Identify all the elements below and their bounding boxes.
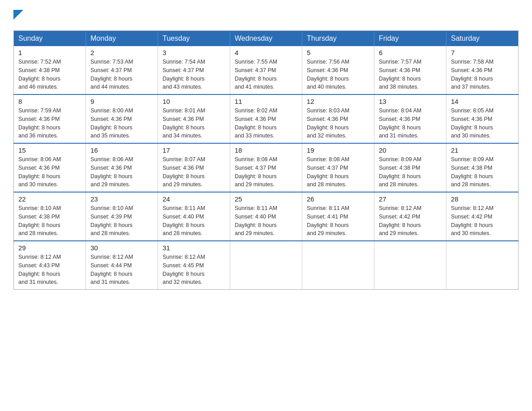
svg-marker-0	[13, 10, 23, 20]
day-number: 26	[307, 195, 369, 203]
calendar-cell: 7 Sunrise: 7:58 AM Sunset: 4:36 PM Dayli…	[446, 46, 519, 94]
calendar-cell	[302, 241, 374, 290]
logo	[13, 9, 23, 21]
day-number: 30	[90, 244, 153, 252]
day-number: 29	[18, 244, 81, 252]
calendar-cell: 29 Sunrise: 8:12 AM Sunset: 4:43 PM Dayl…	[14, 241, 86, 290]
logo-arrow-icon	[13, 10, 23, 20]
day-number: 25	[235, 195, 297, 203]
day-number: 13	[379, 98, 442, 105]
day-number: 6	[379, 49, 442, 56]
day-info: Sunrise: 8:01 AM Sunset: 4:36 PM Dayligh…	[163, 107, 225, 140]
calendar-cell: 30 Sunrise: 8:12 AM Sunset: 4:44 PM Dayl…	[86, 241, 158, 290]
day-info: Sunrise: 8:08 AM Sunset: 4:37 PM Dayligh…	[235, 155, 297, 189]
calendar-cell: 5 Sunrise: 7:56 AM Sunset: 4:36 PM Dayli…	[302, 46, 374, 94]
column-header-monday: Monday	[86, 31, 158, 47]
day-number: 31	[163, 244, 225, 252]
calendar-cell: 6 Sunrise: 7:57 AM Sunset: 4:36 PM Dayli…	[374, 46, 446, 94]
calendar-cell: 28 Sunrise: 8:12 AM Sunset: 4:42 PM Dayl…	[446, 192, 519, 241]
calendar-cell: 11 Sunrise: 8:02 AM Sunset: 4:36 PM Dayl…	[230, 94, 302, 143]
day-number: 16	[90, 146, 153, 154]
calendar-cell: 1 Sunrise: 7:52 AM Sunset: 4:38 PM Dayli…	[14, 46, 86, 94]
calendar-cell: 13 Sunrise: 8:04 AM Sunset: 4:36 PM Dayl…	[374, 94, 446, 143]
column-header-tuesday: Tuesday	[158, 31, 230, 47]
day-number: 27	[379, 195, 442, 203]
column-header-wednesday: Wednesday	[230, 31, 302, 47]
day-info: Sunrise: 8:03 AM Sunset: 4:36 PM Dayligh…	[307, 107, 369, 140]
day-number: 28	[451, 195, 514, 203]
day-info: Sunrise: 8:09 AM Sunset: 4:38 PM Dayligh…	[451, 155, 514, 189]
calendar-cell: 17 Sunrise: 8:07 AM Sunset: 4:36 PM Dayl…	[158, 143, 230, 192]
calendar-week-row: 8 Sunrise: 7:59 AM Sunset: 4:36 PM Dayli…	[14, 94, 519, 143]
calendar-cell: 23 Sunrise: 8:10 AM Sunset: 4:39 PM Dayl…	[86, 192, 158, 241]
calendar-cell: 22 Sunrise: 8:10 AM Sunset: 4:38 PM Dayl…	[14, 192, 86, 241]
calendar-cell: 19 Sunrise: 8:08 AM Sunset: 4:37 PM Dayl…	[302, 143, 374, 192]
day-info: Sunrise: 7:57 AM Sunset: 4:36 PM Dayligh…	[379, 58, 442, 91]
day-number: 8	[18, 98, 81, 105]
day-info: Sunrise: 8:02 AM Sunset: 4:36 PM Dayligh…	[235, 107, 297, 140]
day-number: 18	[235, 146, 297, 154]
day-number: 10	[163, 98, 225, 105]
day-number: 21	[451, 146, 514, 154]
calendar-cell: 21 Sunrise: 8:09 AM Sunset: 4:38 PM Dayl…	[446, 143, 519, 192]
day-info: Sunrise: 7:53 AM Sunset: 4:37 PM Dayligh…	[90, 58, 153, 91]
day-info: Sunrise: 8:11 AM Sunset: 4:40 PM Dayligh…	[163, 204, 225, 238]
column-header-friday: Friday	[374, 31, 446, 47]
calendar-cell: 18 Sunrise: 8:08 AM Sunset: 4:37 PM Dayl…	[230, 143, 302, 192]
calendar-week-row: 29 Sunrise: 8:12 AM Sunset: 4:43 PM Dayl…	[14, 241, 519, 290]
day-info: Sunrise: 7:55 AM Sunset: 4:37 PM Dayligh…	[235, 58, 297, 91]
day-number: 19	[307, 146, 369, 154]
day-info: Sunrise: 7:52 AM Sunset: 4:38 PM Dayligh…	[18, 58, 81, 91]
day-info: Sunrise: 8:04 AM Sunset: 4:36 PM Dayligh…	[379, 107, 442, 140]
day-number: 15	[18, 146, 81, 154]
calendar-week-row: 22 Sunrise: 8:10 AM Sunset: 4:38 PM Dayl…	[14, 192, 519, 241]
day-number: 9	[90, 98, 153, 105]
day-number: 7	[451, 49, 514, 56]
calendar-cell: 25 Sunrise: 8:11 AM Sunset: 4:40 PM Dayl…	[230, 192, 302, 241]
day-number: 20	[379, 146, 442, 154]
page-header	[13, 9, 519, 21]
day-number: 24	[163, 195, 225, 203]
day-info: Sunrise: 8:05 AM Sunset: 4:36 PM Dayligh…	[451, 107, 514, 140]
calendar-cell: 31 Sunrise: 8:12 AM Sunset: 4:45 PM Dayl…	[158, 241, 230, 290]
day-info: Sunrise: 8:11 AM Sunset: 4:40 PM Dayligh…	[235, 204, 297, 238]
calendar-week-row: 1 Sunrise: 7:52 AM Sunset: 4:38 PM Dayli…	[14, 46, 519, 94]
day-number: 3	[163, 49, 225, 56]
day-info: Sunrise: 8:07 AM Sunset: 4:36 PM Dayligh…	[163, 155, 225, 189]
day-info: Sunrise: 8:06 AM Sunset: 4:36 PM Dayligh…	[90, 155, 153, 189]
day-info: Sunrise: 8:10 AM Sunset: 4:38 PM Dayligh…	[18, 204, 81, 238]
day-info: Sunrise: 8:10 AM Sunset: 4:39 PM Dayligh…	[90, 204, 153, 238]
calendar-cell: 27 Sunrise: 8:12 AM Sunset: 4:42 PM Dayl…	[374, 192, 446, 241]
calendar-cell	[230, 241, 302, 290]
day-info: Sunrise: 8:12 AM Sunset: 4:44 PM Dayligh…	[90, 253, 153, 287]
day-number: 1	[18, 49, 81, 56]
calendar-cell: 15 Sunrise: 8:06 AM Sunset: 4:36 PM Dayl…	[14, 143, 86, 192]
day-info: Sunrise: 7:54 AM Sunset: 4:37 PM Dayligh…	[163, 58, 225, 91]
calendar-table: SundayMondayTuesdayWednesdayThursdayFrid…	[13, 30, 519, 290]
day-info: Sunrise: 8:12 AM Sunset: 4:45 PM Dayligh…	[163, 253, 225, 287]
day-number: 22	[18, 195, 81, 203]
day-info: Sunrise: 8:00 AM Sunset: 4:36 PM Dayligh…	[90, 107, 153, 140]
day-info: Sunrise: 8:12 AM Sunset: 4:42 PM Dayligh…	[451, 204, 514, 238]
calendar-cell: 2 Sunrise: 7:53 AM Sunset: 4:37 PM Dayli…	[86, 46, 158, 94]
day-info: Sunrise: 8:09 AM Sunset: 4:38 PM Dayligh…	[379, 155, 442, 189]
day-info: Sunrise: 8:12 AM Sunset: 4:42 PM Dayligh…	[379, 204, 442, 238]
calendar-week-row: 15 Sunrise: 8:06 AM Sunset: 4:36 PM Dayl…	[14, 143, 519, 192]
day-number: 5	[307, 49, 369, 56]
calendar-cell: 12 Sunrise: 8:03 AM Sunset: 4:36 PM Dayl…	[302, 94, 374, 143]
day-info: Sunrise: 8:08 AM Sunset: 4:37 PM Dayligh…	[307, 155, 369, 189]
day-number: 12	[307, 98, 369, 105]
column-header-thursday: Thursday	[302, 31, 374, 47]
calendar-cell: 20 Sunrise: 8:09 AM Sunset: 4:38 PM Dayl…	[374, 143, 446, 192]
calendar-cell: 24 Sunrise: 8:11 AM Sunset: 4:40 PM Dayl…	[158, 192, 230, 241]
day-number: 4	[235, 49, 297, 56]
day-number: 17	[163, 146, 225, 154]
day-info: Sunrise: 8:06 AM Sunset: 4:36 PM Dayligh…	[18, 155, 81, 189]
calendar-cell: 3 Sunrise: 7:54 AM Sunset: 4:37 PM Dayli…	[158, 46, 230, 94]
calendar-cell: 14 Sunrise: 8:05 AM Sunset: 4:36 PM Dayl…	[446, 94, 519, 143]
calendar-cell: 4 Sunrise: 7:55 AM Sunset: 4:37 PM Dayli…	[230, 46, 302, 94]
day-info: Sunrise: 8:11 AM Sunset: 4:41 PM Dayligh…	[307, 204, 369, 238]
day-number: 23	[90, 195, 153, 203]
day-info: Sunrise: 7:56 AM Sunset: 4:36 PM Dayligh…	[307, 58, 369, 91]
column-header-saturday: Saturday	[446, 31, 519, 47]
